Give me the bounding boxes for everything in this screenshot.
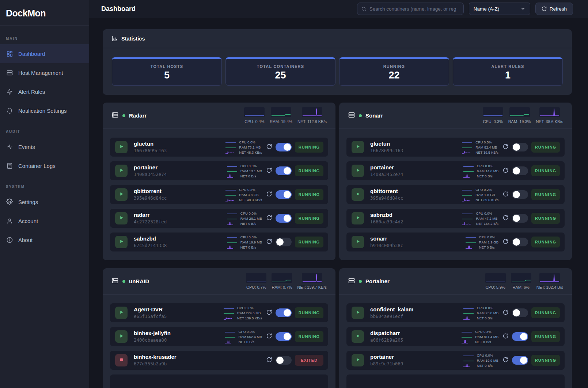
restart-button[interactable] xyxy=(502,215,509,222)
auto-restart-toggle[interactable] xyxy=(276,238,292,246)
restart-button[interactable] xyxy=(266,238,272,246)
container-row[interactable]: qbittorrent 395e946d84cc CPU 0.2% RAM 3.… xyxy=(110,185,328,204)
start-button[interactable] xyxy=(352,188,364,201)
container-row[interactable]: confident_kalam bb604ae91ecf CPU 0.0% RA… xyxy=(346,303,565,322)
start-button[interactable] xyxy=(115,188,128,201)
host-net-chart: NET: 139.7 KB/s xyxy=(297,273,327,289)
container-row[interactable]: sonarr b910c009b38c CPU 0.0% RAM 1.9 GB … xyxy=(346,233,565,251)
container-row[interactable] xyxy=(110,374,328,388)
container-row[interactable]: binhex-jellyfin 2400cbaaea80 CPU 0.0% RA… xyxy=(110,327,328,346)
auto-restart-toggle[interactable] xyxy=(276,356,292,365)
sort-dropdown[interactable]: Name (A-Z) xyxy=(469,3,530,15)
container-list: gluetun 16678699c163 CPU 0.0% RAM 73.1 M… xyxy=(103,129,335,260)
start-button[interactable] xyxy=(115,141,128,153)
restart-icon xyxy=(266,143,272,151)
auto-restart-toggle[interactable] xyxy=(512,166,528,175)
container-row[interactable]: gluetun 16678699c163 CPU 0.0% RAM 73.1 M… xyxy=(110,138,328,157)
cpu-value: CPU 0.0% xyxy=(477,306,493,310)
auto-restart-toggle[interactable] xyxy=(512,308,528,317)
ram-value: RAM 73.1 MB xyxy=(239,145,261,149)
restart-button[interactable] xyxy=(502,191,509,198)
start-button[interactable] xyxy=(115,330,128,343)
auto-restart-toggle[interactable] xyxy=(276,143,292,151)
start-button[interactable] xyxy=(352,236,364,248)
sidebar-item-container-logs[interactable]: Container Logs xyxy=(0,156,89,175)
gear-icon xyxy=(6,198,13,205)
auto-restart-toggle[interactable] xyxy=(276,190,292,199)
start-button[interactable] xyxy=(352,212,364,224)
container-row[interactable]: dispatcharr a06f62b9a205 CPU 0.3% RAM 81… xyxy=(346,327,565,346)
sidebar-item-about[interactable]: About xyxy=(0,230,89,249)
restart-button[interactable] xyxy=(266,143,272,151)
start-button[interactable] xyxy=(115,307,128,319)
auto-restart-toggle[interactable] xyxy=(512,190,528,199)
sidebar-item-events[interactable]: Events xyxy=(0,137,89,156)
container-row[interactable]: qbittorrent 395e946d84cc CPU 0.2% RAM 1.… xyxy=(346,185,565,204)
stop-button[interactable] xyxy=(115,354,128,366)
sidebar-nav: MAIN Dashboard Host Management Alert Rul… xyxy=(0,26,89,256)
container-mini-stats: CPU 0.5% RAM 82.4 MB NET 39.5 KB/s xyxy=(462,140,498,155)
restart-button[interactable] xyxy=(266,357,272,364)
container-row[interactable]: sabnzbd f660aa39c4d2 CPU 0.0% RAM 47.2 M… xyxy=(346,209,565,228)
start-button[interactable] xyxy=(352,165,364,177)
auto-restart-toggle[interactable] xyxy=(276,332,292,341)
host-cpu-chart: CPU: 5.9% xyxy=(485,273,506,289)
restart-button[interactable] xyxy=(502,167,509,174)
host-net-chart: NET: 102.4 B/s xyxy=(536,273,563,289)
start-button[interactable] xyxy=(115,236,128,248)
restart-button[interactable] xyxy=(266,167,272,174)
restart-button[interactable] xyxy=(502,309,509,316)
restart-button[interactable] xyxy=(502,143,509,151)
restart-button[interactable] xyxy=(266,215,272,222)
restart-button[interactable] xyxy=(266,333,272,340)
search-box[interactable] xyxy=(357,3,464,15)
sidebar-item-notification-settings[interactable]: Notification Settings xyxy=(0,101,89,120)
restart-button[interactable] xyxy=(502,333,509,340)
sidebar-section-label: MAIN xyxy=(0,34,89,44)
start-button[interactable] xyxy=(115,165,128,177)
refresh-button[interactable]: Refresh xyxy=(535,3,573,15)
auto-restart-toggle[interactable] xyxy=(512,238,528,246)
auto-restart-toggle[interactable] xyxy=(512,214,528,223)
server-icon xyxy=(6,69,13,76)
sidebar-item-dashboard[interactable]: Dashboard xyxy=(0,44,89,63)
container-row[interactable]: gluetun 16678699c163 CPU 0.5% RAM 82.4 M… xyxy=(346,138,565,157)
container-identity: sonarr b910c009b38c xyxy=(370,236,403,249)
container-row[interactable]: Agent-DVR e65f15afcfa5 CPU 0.6% RAM 279.… xyxy=(110,303,328,322)
container-name: portainer xyxy=(134,165,167,171)
container-row[interactable]: radarr 4c2722328fed CPU 0.0% RAM 28.1 MB… xyxy=(110,209,328,228)
stat-card-running: RUNNING 22 xyxy=(339,57,449,86)
container-name: gluetun xyxy=(134,141,167,147)
auto-restart-toggle[interactable] xyxy=(512,332,528,341)
container-row[interactable]: binhex-krusader 677d355b2a9b EXITED xyxy=(110,351,328,370)
sidebar-item-alert-rules[interactable]: Alert Rules xyxy=(0,82,89,101)
main-area: Dashboard Name (A-Z) Refresh xyxy=(89,0,588,388)
container-identity: qbittorrent 395e946d84cc xyxy=(134,188,167,201)
start-button[interactable] xyxy=(352,141,364,153)
sidebar-item-account[interactable]: Account xyxy=(0,211,89,230)
restart-button[interactable] xyxy=(502,357,509,364)
auto-restart-toggle[interactable] xyxy=(276,308,292,317)
restart-button[interactable] xyxy=(266,309,272,316)
restart-button[interactable] xyxy=(502,238,509,246)
container-row[interactable]: portainer 1408a3452e74 CPU 0.0% RAM 14.6… xyxy=(346,161,565,180)
container-controls: CPU 0.5% RAM 82.4 MB NET 39.5 KB/s RUNNI… xyxy=(462,140,560,155)
auto-restart-toggle[interactable] xyxy=(276,214,292,223)
start-button[interactable] xyxy=(115,212,128,224)
sidebar-item-host-management[interactable]: Host Management xyxy=(0,63,89,82)
auto-restart-toggle[interactable] xyxy=(512,143,528,151)
search-input[interactable] xyxy=(369,6,460,12)
container-row[interactable]: portainer 1408a3452e74 CPU 0.0% RAM 13.1… xyxy=(110,161,328,180)
auto-restart-toggle[interactable] xyxy=(512,356,528,365)
sidebar-item-settings[interactable]: Settings xyxy=(0,192,89,211)
container-row[interactable]: portainer b89c9c71b069 CPU 0.0% RAM 19.9… xyxy=(346,351,565,370)
start-button[interactable] xyxy=(352,354,364,366)
restart-button[interactable] xyxy=(266,191,272,198)
container-row[interactable] xyxy=(346,374,565,388)
auto-restart-toggle[interactable] xyxy=(276,166,292,175)
start-button[interactable] xyxy=(352,330,364,343)
container-identity: binhex-krusader 677d355b2a9b xyxy=(134,354,177,367)
start-button[interactable] xyxy=(352,307,364,319)
container-name: confident_kalam xyxy=(370,307,413,313)
container-row[interactable]: sabnzbd 67c5d2141338 CPU 0.0% RAM 19.9 M… xyxy=(110,233,328,251)
